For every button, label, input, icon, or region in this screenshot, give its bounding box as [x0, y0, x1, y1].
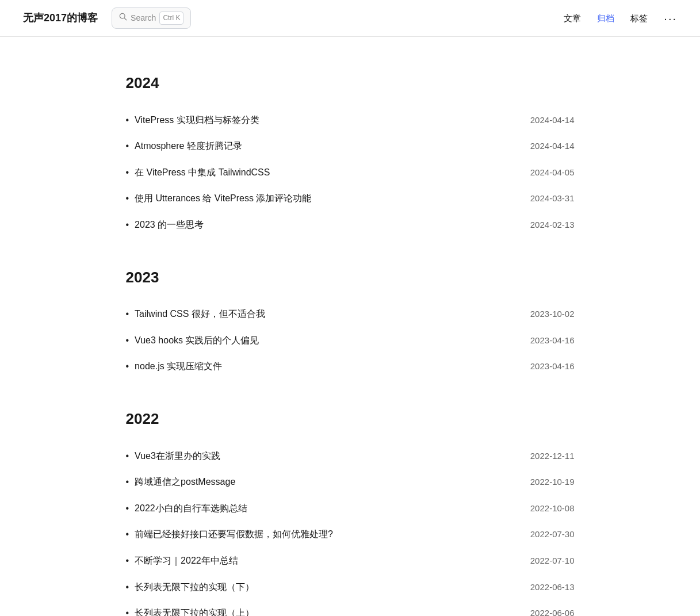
- post-date: 2024-04-14: [530, 113, 575, 127]
- post-item-left: •Atmosphere 轻度折腾记录: [126, 139, 242, 154]
- post-item-left: •Vue3 hooks 实践后的个人偏见: [126, 333, 259, 348]
- list-item: •Vue3在浙里办的实践2022-12-11: [126, 443, 575, 469]
- list-item: •使用 Utterances 给 VitePress 添加评论功能2024-03…: [126, 185, 575, 212]
- post-date: 2023-04-16: [530, 334, 575, 347]
- post-item-left: •Vue3在浙里办的实践: [126, 449, 220, 464]
- post-title[interactable]: 长列表无限下拉的实现（上）: [135, 606, 254, 616]
- bullet-icon: •: [126, 606, 129, 616]
- bullet-icon: •: [126, 475, 129, 489]
- post-list-2023: •Tailwind CSS 很好，但不适合我2023-10-02•Vue3 ho…: [126, 301, 575, 380]
- post-item-left: •前端已经接好接口还要写假数据，如何优雅处理?: [126, 527, 334, 542]
- post-date: 2024-02-13: [530, 218, 575, 232]
- post-title[interactable]: 长列表无限下拉的实现（下）: [135, 580, 254, 595]
- search-shortcut: Ctrl K: [159, 12, 183, 25]
- post-date: 2022-06-13: [530, 580, 575, 594]
- post-title[interactable]: node.js 实现压缩文件: [135, 359, 222, 374]
- svg-line-1: [124, 18, 127, 20]
- bullet-icon: •: [126, 527, 129, 542]
- list-item: •VitePress 实现归档与标签分类2024-04-14: [126, 107, 575, 133]
- post-date: 2022-07-10: [530, 554, 575, 568]
- post-list-2022: •Vue3在浙里办的实践2022-12-11•跨域通信之postMessage2…: [126, 443, 575, 616]
- year-section-2024: 2024•VitePress 实现归档与标签分类2024-04-14•Atmos…: [126, 71, 575, 238]
- post-date: 2024-03-31: [530, 192, 575, 205]
- post-title[interactable]: Atmosphere 轻度折腾记录: [135, 139, 242, 154]
- bullet-icon: •: [126, 217, 129, 232]
- post-title[interactable]: 使用 Utterances 给 VitePress 添加评论功能: [135, 191, 311, 206]
- year-heading-2023: 2023: [126, 266, 575, 290]
- post-title[interactable]: 前端已经接好接口还要写假数据，如何优雅处理?: [135, 527, 333, 542]
- post-item-left: •VitePress 实现归档与标签分类: [126, 113, 259, 128]
- nav-more-icon[interactable]: ···: [664, 9, 677, 28]
- nav-item-archive[interactable]: 归档: [597, 12, 614, 25]
- post-item-left: •在 VitePress 中集成 TailwindCSS: [126, 165, 270, 180]
- bullet-icon: •: [126, 191, 129, 206]
- bullet-icon: •: [126, 333, 129, 348]
- post-date: 2023-10-02: [530, 307, 575, 321]
- list-item: •长列表无限下拉的实现（上）2022-06-06: [126, 600, 575, 616]
- list-item: •不断学习｜2022年中总结2022-07-10: [126, 548, 575, 574]
- list-item: •Vue3 hooks 实践后的个人偏见2023-04-16: [126, 327, 575, 354]
- year-heading-2022: 2022: [126, 407, 575, 431]
- bullet-icon: •: [126, 580, 129, 595]
- post-item-left: •node.js 实现压缩文件: [126, 359, 223, 374]
- post-title[interactable]: 不断学习｜2022年中总结: [135, 553, 238, 568]
- post-title[interactable]: Vue3 hooks 实践后的个人偏见: [135, 333, 259, 348]
- post-date: 2023-04-16: [530, 359, 575, 373]
- list-item: •2023 的一些思考2024-02-13: [126, 212, 575, 238]
- post-item-left: •长列表无限下拉的实现（下）: [126, 580, 255, 595]
- post-title[interactable]: VitePress 实现归档与标签分类: [135, 113, 259, 128]
- post-item-left: •长列表无限下拉的实现（上）: [126, 606, 255, 616]
- list-item: •2022小白的自行车选购总结2022-10-08: [126, 495, 575, 522]
- post-date: 2022-10-19: [530, 475, 575, 489]
- list-item: •跨域通信之postMessage2022-10-19: [126, 469, 575, 495]
- list-item: •长列表无限下拉的实现（下）2022-06-13: [126, 574, 575, 600]
- list-item: •Tailwind CSS 很好，但不适合我2023-10-02: [126, 301, 575, 327]
- post-date: 2022-10-08: [530, 502, 575, 515]
- post-item-left: •2022小白的自行车选购总结: [126, 501, 247, 516]
- list-item: •前端已经接好接口还要写假数据，如何优雅处理?2022-07-30: [126, 521, 575, 548]
- site-title[interactable]: 无声2017的博客: [23, 10, 98, 26]
- header-nav: 文章 归档 标签 ···: [564, 9, 677, 28]
- search-box[interactable]: Search Ctrl K: [112, 7, 191, 29]
- post-title[interactable]: 2023 的一些思考: [135, 217, 204, 232]
- year-section-2023: 2023•Tailwind CSS 很好，但不适合我2023-10-02•Vue…: [126, 266, 575, 380]
- post-date: 2022-07-30: [530, 527, 575, 541]
- nav-item-articles[interactable]: 文章: [564, 12, 581, 25]
- post-title[interactable]: Vue3在浙里办的实践: [135, 449, 220, 464]
- search-icon: [119, 12, 127, 24]
- search-label: Search: [131, 12, 156, 24]
- post-title[interactable]: Tailwind CSS 很好，但不适合我: [135, 307, 265, 322]
- bullet-icon: •: [126, 501, 129, 516]
- nav-item-tags[interactable]: 标签: [630, 12, 648, 25]
- bullet-icon: •: [126, 307, 129, 322]
- post-title[interactable]: 2022小白的自行车选购总结: [135, 501, 247, 516]
- post-date: 2024-04-05: [530, 166, 575, 179]
- post-item-left: •跨域通信之postMessage: [126, 475, 236, 489]
- bullet-icon: •: [126, 165, 129, 180]
- post-date: 2022-12-11: [530, 449, 575, 463]
- bullet-icon: •: [126, 553, 129, 568]
- year-section-2022: 2022•Vue3在浙里办的实践2022-12-11•跨域通信之postMess…: [126, 407, 575, 616]
- bullet-icon: •: [126, 139, 129, 154]
- post-item-left: •Tailwind CSS 很好，但不适合我: [126, 307, 265, 322]
- post-item-left: •不断学习｜2022年中总结: [126, 553, 238, 568]
- list-item: •在 VitePress 中集成 TailwindCSS2024-04-05: [126, 159, 575, 186]
- bullet-icon: •: [126, 113, 129, 128]
- bullet-icon: •: [126, 359, 129, 374]
- post-item-left: •使用 Utterances 给 VitePress 添加评论功能: [126, 191, 312, 206]
- bullet-icon: •: [126, 449, 129, 464]
- post-item-left: •2023 的一些思考: [126, 217, 204, 232]
- list-item: •node.js 实现压缩文件2023-04-16: [126, 353, 575, 380]
- post-date: 2024-04-14: [530, 139, 575, 153]
- main-content: 2024•VitePress 实现归档与标签分类2024-04-14•Atmos…: [103, 37, 598, 616]
- header-left: 无声2017的博客 Search Ctrl K: [23, 7, 191, 29]
- list-item: •Atmosphere 轻度折腾记录2024-04-14: [126, 133, 575, 159]
- post-date: 2022-06-06: [530, 606, 575, 616]
- header: 无声2017的博客 Search Ctrl K 文章 归档 标签 ···: [0, 0, 700, 37]
- post-title[interactable]: 在 VitePress 中集成 TailwindCSS: [135, 165, 270, 180]
- post-title[interactable]: 跨域通信之postMessage: [135, 475, 235, 489]
- post-list-2024: •VitePress 实现归档与标签分类2024-04-14•Atmospher…: [126, 107, 575, 238]
- year-heading-2024: 2024: [126, 71, 575, 95]
